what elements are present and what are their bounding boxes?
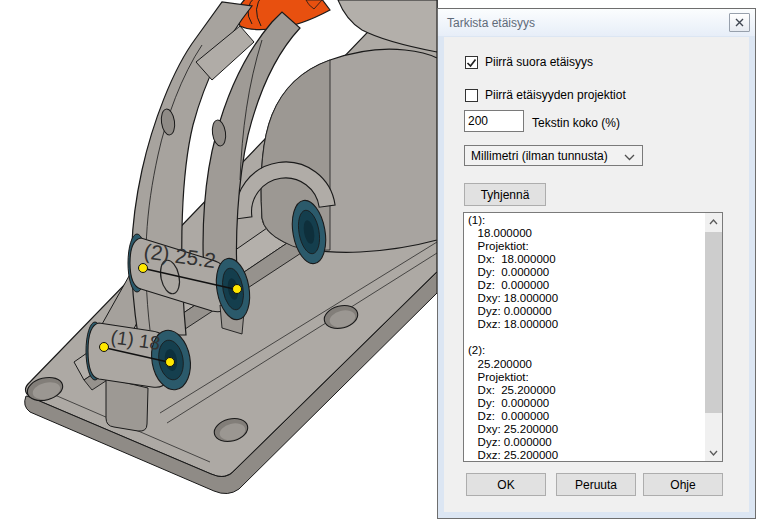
checkmark-icon (466, 57, 477, 68)
cancel-button[interactable]: Peruuta (556, 473, 636, 496)
measurement-point (166, 358, 175, 367)
dialog-title: Tarkista etäisyys (447, 16, 535, 30)
text-size-input[interactable] (464, 110, 524, 132)
clear-button[interactable]: Tyhjennä (464, 183, 546, 206)
text-size-label: Tekstin koko (%) (532, 116, 620, 130)
vertical-scrollbar[interactable] (705, 213, 722, 461)
dialog-titlebar[interactable]: Tarkista etäisyys (438, 9, 755, 36)
checkbox-label: Piirrä etäisyyden projektiot (485, 88, 626, 102)
results-text: (1): 18.000000 Projektiot: Dx: 18.000000… (464, 213, 722, 462)
checkbox-draw-straight-distance[interactable]: Piirrä suora etäisyys (465, 55, 593, 69)
checkbox-label: Piirrä suora etäisyys (485, 55, 593, 69)
scroll-up-button[interactable] (705, 213, 722, 230)
close-icon (735, 18, 744, 27)
checkbox-box[interactable] (465, 89, 478, 102)
checkbox-box[interactable] (465, 56, 478, 69)
unit-dropdown[interactable]: Millimetri (ilman tunnusta) (464, 145, 643, 166)
scrollbar-thumb[interactable] (705, 232, 722, 413)
measurement-point (139, 264, 148, 273)
application-window: (2) 25.2 (1) 18 Tarkista etäisyys (0, 0, 758, 526)
chevron-up-icon (709, 219, 718, 225)
ok-button[interactable]: OK (466, 473, 546, 496)
scroll-down-button[interactable] (705, 444, 722, 461)
checkbox-draw-distance-projections[interactable]: Piirrä etäisyyden projektiot (465, 88, 626, 102)
unit-dropdown-value: Millimetri (ilman tunnusta) (471, 149, 608, 163)
close-button[interactable] (729, 13, 750, 32)
help-button[interactable]: Ohje (643, 473, 723, 496)
dialog-client-area: Piirrä suora etäisyys Piirrä etäisyyden … (444, 37, 749, 512)
chevron-down-icon (709, 450, 718, 456)
measurement-point (233, 285, 242, 294)
results-listbox[interactable]: (1): 18.000000 Projektiot: Dx: 18.000000… (463, 212, 723, 462)
distance-check-dialog: Tarkista etäisyys Piirrä suora etäisyys (437, 8, 756, 519)
chevron-down-icon (624, 154, 635, 161)
measurement-point (100, 343, 109, 352)
